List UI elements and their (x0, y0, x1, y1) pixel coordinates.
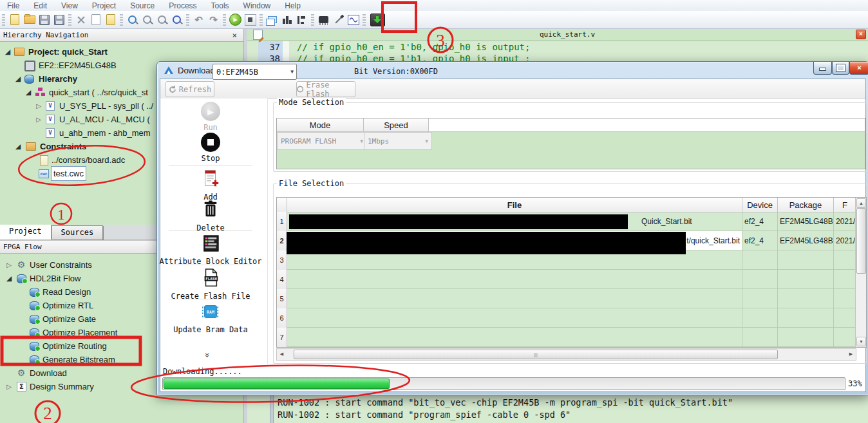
panel-close-icon[interactable]: × (232, 31, 237, 40)
minimize-icon[interactable] (813, 62, 832, 75)
probe-icon[interactable] (331, 13, 346, 27)
zoom-in-icon[interactable] (140, 13, 155, 27)
file-row[interactable]: 5 (277, 289, 866, 308)
scroll-left-icon[interactable]: ◀ (278, 350, 286, 358)
search-icon[interactable] (125, 13, 140, 27)
device-cell[interactable]: ef2_4 (742, 231, 778, 250)
device-select[interactable]: 0:EF2M45B ▼ (212, 64, 297, 80)
package-cell[interactable]: EF2M45LG48B (778, 231, 834, 250)
file-row[interactable]: 7 (277, 328, 866, 347)
flow-database-icon (30, 355, 39, 364)
vertical-scrollbar[interactable]: ▲ ▼ (855, 198, 866, 347)
toolbar-grip (120, 14, 123, 26)
run-button[interactable]: ▶ Run (157, 102, 264, 133)
menu-window[interactable]: Window (236, 1, 278, 10)
menu-project[interactable]: Project (85, 1, 123, 10)
attribute-block-editor-button[interactable]: Attribute Block Editor (157, 234, 264, 267)
update-bram-data-button[interactable]: RAM Update Bram Data (157, 303, 264, 335)
save-icon[interactable] (37, 13, 52, 27)
find-replace-icon[interactable] (169, 13, 184, 27)
chip-icon[interactable] (316, 13, 331, 27)
scrollbar-thumb[interactable] (856, 208, 866, 274)
delete-button[interactable]: Delete (157, 200, 264, 233)
scroll-right-icon[interactable]: ▶ (847, 350, 855, 358)
close-icon[interactable]: × (849, 62, 868, 75)
progress-status-text: Downloading...... (163, 367, 242, 376)
run-process-icon[interactable]: ▶ (228, 13, 243, 27)
tree-item-project[interactable]: ◢ Project: quick_Start (0, 45, 243, 59)
open-folder-icon[interactable] (22, 13, 37, 27)
stop-button[interactable]: Stop (157, 133, 264, 164)
collapsed-icon[interactable]: ▷ (5, 261, 13, 268)
menu-process[interactable]: Process (162, 1, 203, 10)
bar-chart-icon[interactable] (279, 13, 294, 27)
paste-icon[interactable] (103, 13, 118, 27)
chevron-double-down-icon[interactable]: » (203, 353, 212, 356)
device-cell[interactable]: ef2_4 (742, 212, 778, 231)
zoom-out-icon[interactable] (155, 13, 169, 27)
waveform-icon[interactable] (346, 13, 361, 27)
date-column-header[interactable]: F (834, 198, 856, 212)
verilog-file-icon: V (46, 101, 55, 111)
stop-process-icon[interactable] (243, 13, 258, 27)
expanded-icon[interactable]: ◢ (5, 274, 13, 283)
dialog-toolbar: Refresh (160, 79, 865, 99)
folder-icon (14, 48, 24, 56)
package-cell[interactable]: EF2M45LG48B (778, 212, 834, 231)
mode-select[interactable]: PROGRAM FLASH ▼ (277, 132, 367, 150)
device-column-header[interactable]: Device (742, 198, 778, 212)
expanded-icon[interactable]: ◢ (24, 88, 32, 97)
expanded-icon[interactable]: ◢ (14, 75, 22, 83)
package-column-header[interactable]: Package (778, 198, 834, 212)
redo-icon[interactable]: ↷ (206, 13, 221, 27)
mode-column-header[interactable]: Mode (277, 118, 364, 132)
code-line: // if gpio_h0_en = 1'b0, gpio_h0 is outp… (297, 42, 530, 52)
menu-tools[interactable]: Tools (204, 1, 236, 10)
console-scrollbar[interactable] (270, 395, 274, 423)
expanded-icon[interactable]: ◢ (14, 142, 22, 151)
download-icon[interactable] (368, 13, 387, 27)
file-row[interactable]: 6 (277, 308, 866, 328)
erase-flash-button[interactable]: Erase Flash (296, 81, 355, 97)
erase-icon (297, 86, 303, 93)
scroll-up-icon[interactable]: ▲ (856, 198, 866, 208)
maximize-icon[interactable] (832, 62, 849, 75)
file-column-header[interactable]: File (287, 198, 742, 212)
expanded-icon[interactable]: ◢ (4, 48, 12, 56)
scroll-down-icon[interactable]: ▼ (856, 337, 866, 346)
collapsed-icon[interactable]: ▷ (35, 102, 42, 109)
undo-icon[interactable]: ↶ (191, 13, 206, 27)
tab-project[interactable]: Project (0, 225, 52, 240)
save-all-icon[interactable] (52, 13, 66, 27)
report-chart-icon[interactable] (294, 13, 309, 27)
cascade-windows-icon[interactable] (265, 13, 279, 27)
new-file-icon[interactable] (7, 13, 22, 27)
menu-file[interactable]: File (0, 1, 26, 10)
console-panel[interactable]: RUN-1002 : start command "bit_to_vec -ch… (247, 394, 868, 423)
date-cell[interactable]: 2021/ (834, 231, 856, 250)
cut-icon[interactable] (73, 13, 88, 27)
editor-tab-title[interactable]: quick_start.v (540, 30, 595, 39)
refresh-button[interactable]: Refresh (165, 81, 214, 97)
speed-column-header[interactable]: Speed (364, 118, 429, 132)
date-cell[interactable]: 2021/ (834, 212, 856, 231)
create-flash-file-button[interactable]: FLASH Create Flash File (157, 268, 264, 301)
file-row[interactable]: 4 (277, 270, 866, 289)
menu-view[interactable]: View (54, 1, 85, 10)
copy-icon[interactable] (88, 13, 103, 27)
speed-select[interactable]: 1Mbps ▼ (364, 132, 432, 150)
menu-help[interactable]: Help (278, 1, 308, 10)
menu-source[interactable]: Source (123, 1, 162, 10)
collapsed-icon[interactable]: ▷ (5, 383, 13, 390)
row-number: 3 (277, 250, 287, 270)
toolbar-grip (363, 14, 366, 26)
add-button[interactable]: Add (157, 169, 264, 202)
tab-sources[interactable]: Sources (52, 225, 104, 240)
menu-edit[interactable]: Edit (26, 1, 54, 10)
editor-close-icon[interactable]: × (856, 30, 866, 39)
collapsed-icon[interactable]: ▷ (35, 116, 42, 123)
flow-database-icon (30, 315, 39, 324)
scrollbar-thumb[interactable]: ||| (294, 350, 778, 359)
sidebar-divider (169, 230, 252, 231)
horizontal-scrollbar[interactable]: ◀ ||| ▶ (276, 348, 856, 361)
